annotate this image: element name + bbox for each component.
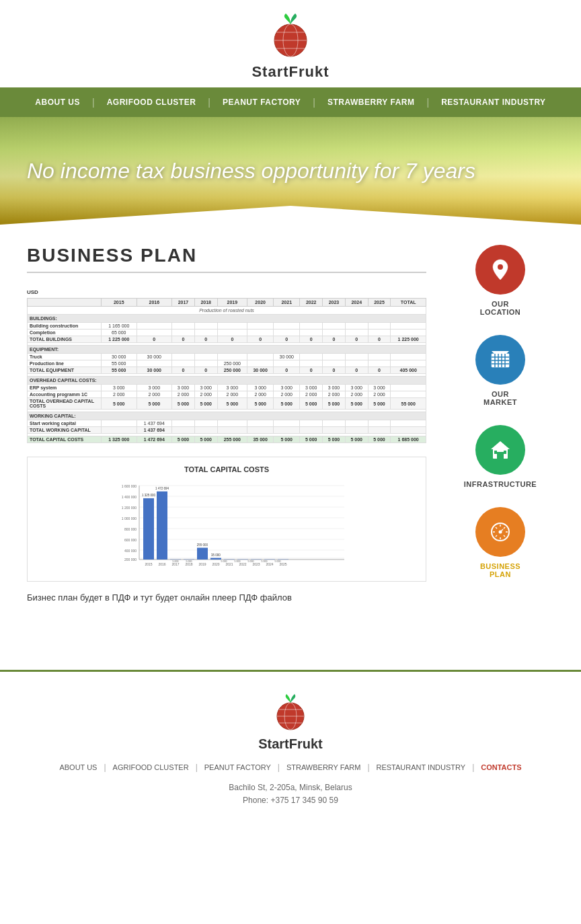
page-content: BUSINESS PLAN USD 2015 2016 2017 2018 20…	[0, 225, 581, 629]
svg-text:5 000: 5 000	[186, 560, 192, 563]
main-column: BUSINESS PLAN USD 2015 2016 2017 2018 20…	[27, 245, 426, 603]
svg-text:5 000: 5 000	[262, 560, 268, 563]
logo-icon	[267, 12, 314, 59]
sidebar-label-market: OURMARKET	[483, 390, 517, 406]
table-currency: USD	[27, 289, 426, 295]
table-header-2023: 2023	[323, 299, 346, 307]
footer-nav: ABOUT US | AGRIFOOD CLUSTER | PEANUT FAC…	[0, 763, 581, 772]
table-header-2019: 2019	[217, 299, 247, 307]
svg-text:5 000: 5 000	[173, 560, 179, 563]
hero-banner: No income tax business opportunity for 7…	[0, 117, 581, 225]
capital-costs-chart: TOTAL CAPITAL COSTS 1 600 000	[27, 457, 426, 582]
nav-restaurant-industry[interactable]: RESTAURANT INDUSTRY	[429, 98, 558, 107]
svg-text:35 000: 35 000	[211, 553, 221, 557]
svg-text:2016: 2016	[158, 562, 165, 566]
main-nav: ABOUT US | AGRIFOOD CLUSTER | PEANUT FAC…	[0, 87, 581, 117]
sidebar-item-location[interactable]: OURLOCATION	[447, 245, 554, 316]
footer-logo-icon	[270, 692, 311, 732]
svg-text:2019: 2019	[198, 562, 206, 566]
business-plan-table: USD 2015 2016 2017 2018 2019 2020 2021 2…	[27, 289, 426, 443]
nav-agrifood-cluster[interactable]: AGRIFOOD CLUSTER	[95, 98, 208, 107]
hero-text: No income tax business opportunity for 7…	[0, 159, 502, 184]
sidebar-item-business-plan[interactable]: BUSINESSPLAN	[447, 507, 554, 578]
market-icon	[488, 347, 513, 373]
footer-phone-line: Phone: +375 17 345 90 59	[0, 794, 581, 807]
header: StartFrukt	[0, 0, 581, 87]
footer-nav-contacts[interactable]: CONTACTS	[474, 763, 528, 771]
sidebar-circle-business-plan	[475, 507, 525, 557]
page-title: BUSINESS PLAN	[27, 245, 426, 273]
svg-text:2020: 2020	[212, 562, 219, 566]
table-header-2015: 2015	[102, 299, 137, 307]
sidebar-label-infrastructure: INFRASTRUCTURE	[464, 480, 537, 488]
svg-rect-58	[504, 451, 506, 454]
sidebar-circle-location	[475, 245, 525, 295]
sidebar-label-business-plan: BUSINESSPLAN	[480, 562, 520, 578]
svg-text:200 000: 200 000	[124, 557, 137, 562]
nav-peanut-factory[interactable]: PEANUT FACTORY	[210, 98, 313, 107]
sidebar: OURLOCATION OURMARKET	[447, 245, 554, 603]
svg-text:1 000 000: 1 000 000	[122, 516, 137, 521]
footer-nav-agrifood-cluster[interactable]: AGRIFOOD CLUSTER	[106, 763, 196, 771]
svg-line-65	[504, 535, 505, 537]
svg-text:1 325 000: 1 325 000	[142, 494, 156, 497]
sidebar-label-location: OURLOCATION	[480, 300, 521, 316]
bar-2016	[157, 492, 167, 560]
svg-text:5 000: 5 000	[235, 560, 241, 563]
svg-text:1 200 000: 1 200 000	[122, 506, 137, 510]
svg-text:600 000: 600 000	[124, 538, 137, 542]
footer-nav-peanut-factory[interactable]: PEANUT FACTORY	[198, 763, 278, 771]
svg-marker-55	[491, 441, 510, 449]
svg-text:2015: 2015	[145, 562, 152, 566]
footer-nav-strawberry-farm[interactable]: STRAWBERRY FARM	[280, 763, 367, 771]
svg-text:1 600 000: 1 600 000	[122, 484, 137, 488]
footer-logo-text: StartFrukt	[0, 736, 581, 752]
sidebar-item-market[interactable]: OURMARKET	[447, 335, 554, 406]
table-header-2016: 2016	[137, 299, 172, 307]
infrastructure-icon	[488, 437, 513, 463]
svg-text:5 000: 5 000	[275, 560, 281, 563]
footer: StartFrukt ABOUT US | AGRIFOOD CLUSTER |…	[0, 672, 581, 820]
table-header-2017: 2017	[172, 299, 195, 307]
sidebar-item-infrastructure[interactable]: INFRASTRUCTURE	[447, 425, 554, 488]
hero-triangle	[0, 206, 581, 225]
table-header-2024: 2024	[345, 299, 368, 307]
svg-text:5 000: 5 000	[248, 560, 254, 563]
location-icon	[488, 257, 513, 282]
logo-text: StartFrukt	[0, 63, 581, 81]
footer-address-line: Bachilo St, 2-205a, Minsk, Belarus	[0, 781, 581, 794]
table-header-2025: 2025	[368, 299, 391, 307]
bar-2020	[210, 558, 221, 560]
svg-text:5 000: 5 000	[221, 560, 227, 563]
svg-line-64	[496, 527, 497, 529]
svg-text:1 472 694: 1 472 694	[155, 487, 169, 490]
footer-address: Bachilo St, 2-205a, Minsk, Belarus Phone…	[0, 781, 581, 807]
nav-strawberry-farm[interactable]: STRAWBERRY FARM	[315, 98, 427, 107]
footer-nav-restaurant-industry[interactable]: RESTAURANT INDUSTRY	[370, 763, 473, 771]
sidebar-circle-market	[475, 335, 525, 385]
chart-svg: 1 600 000 1 400 000 1 200 000 1 000 000 …	[36, 479, 418, 573]
sidebar-circle-infrastructure	[475, 425, 525, 475]
table-header-2022: 2022	[300, 299, 323, 307]
svg-text:255 000: 255 000	[197, 543, 208, 547]
footer-nav-about-us[interactable]: ABOUT US	[52, 763, 104, 771]
svg-text:400 000: 400 000	[124, 549, 137, 553]
table-header-label	[28, 299, 102, 307]
pdf-description: Бизнес план будет в ПДФ и тут будет онла…	[27, 592, 426, 603]
footer-spacer	[0, 629, 581, 670]
chart-title: TOTAL CAPITAL COSTS	[36, 465, 418, 473]
nav-about-us[interactable]: ABOUT US	[23, 98, 92, 107]
svg-point-45	[498, 264, 503, 270]
svg-rect-56	[497, 452, 504, 459]
svg-line-66	[504, 527, 505, 529]
bar-2019	[197, 548, 208, 560]
table-header-2020: 2020	[247, 299, 274, 307]
table-header-2021: 2021	[274, 299, 300, 307]
table-header-total: TOTAL	[391, 299, 426, 307]
table-header-2018: 2018	[194, 299, 217, 307]
bar-2015	[143, 498, 154, 560]
business-plan-icon	[488, 519, 513, 545]
svg-text:1 400 000: 1 400 000	[122, 495, 137, 499]
svg-text:800 000: 800 000	[124, 527, 137, 531]
svg-line-67	[496, 535, 497, 537]
